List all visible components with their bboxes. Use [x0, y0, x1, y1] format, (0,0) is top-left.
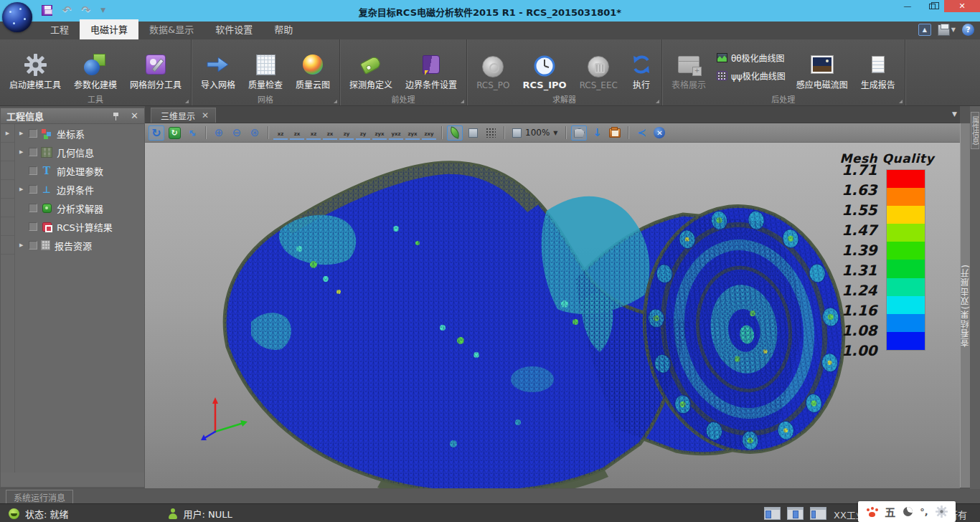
capture-folder-button[interactable] — [607, 125, 623, 141]
region-select-button[interactable] — [571, 125, 587, 141]
flat-render-button[interactable] — [465, 125, 481, 141]
group-corner-mark[interactable] — [334, 100, 337, 103]
rcs-eec-button[interactable]: RCS_EEC — [573, 41, 624, 92]
zoom-out-icon[interactable]: ⊖ — [229, 125, 245, 141]
tab-3d-display[interactable]: 三维显示 ✕ — [151, 108, 216, 123]
tree-item-boundary[interactable]: ▶ ⊥ 边界条件 — [1, 180, 144, 199]
print-preview-button[interactable]: ▼ — [938, 24, 956, 36]
wireframe-render-button[interactable] — [483, 125, 499, 141]
checkbox[interactable] — [29, 129, 37, 138]
checkbox[interactable] — [29, 166, 37, 175]
view-orientation-button[interactable]: xz — [306, 125, 321, 140]
tree-item-geometry[interactable]: ▶ 几何信息 — [1, 143, 144, 161]
quality-cloudmap-button[interactable]: 质量云图 — [289, 41, 336, 92]
tree-item-rcs-result[interactable]: RCS计算结果 — [1, 217, 144, 236]
checkbox[interactable] — [29, 204, 37, 212]
group-corner-mark[interactable] — [461, 100, 464, 103]
tab-ruanjian-shezhi[interactable]: 软件设置 — [204, 19, 263, 39]
ime-halfwidth-moon-icon[interactable] — [903, 507, 913, 516]
parametric-modeling-button[interactable]: 参数化建模 — [67, 41, 123, 92]
restore-button[interactable] — [920, 0, 944, 12]
rcs-po-button[interactable]: RCS_PO — [470, 41, 516, 92]
close-button[interactable]: ✕ — [944, 0, 980, 12]
expander-icon[interactable]: ▶ — [19, 186, 29, 192]
checkbox[interactable] — [29, 241, 37, 250]
group-corner-mark[interactable] — [185, 100, 189, 103]
collapse-ribbon-icon[interactable]: ▲ — [918, 24, 931, 36]
user-icon — [168, 508, 178, 519]
launch-modeling-tool-button[interactable]: 启动建模工具 — [3, 41, 67, 92]
tab-overflow-icon[interactable]: ▼ — [952, 110, 957, 118]
induced-current-map-button[interactable]: 感应电磁流图 — [790, 41, 854, 92]
expander-icon[interactable]: ▶ — [19, 149, 29, 155]
system-messages-tab[interactable]: 系统运行消息 — [6, 490, 73, 503]
group-label-solver: 求解器 — [467, 93, 661, 105]
boundary-settings-button[interactable]: 边界条件设置 — [399, 41, 463, 92]
table-display-button[interactable]: 表格展示 — [665, 41, 712, 92]
gutter-expander-icon[interactable]: ▶ — [1, 124, 14, 143]
share-link-button[interactable]: ≺ — [633, 125, 649, 141]
ime-paw-icon[interactable] — [866, 507, 877, 517]
view-orientation-button[interactable]: zyx — [405, 125, 420, 140]
layout-center-icon[interactable] — [787, 507, 804, 520]
drop-down-view-button[interactable]: ↓ — [589, 125, 605, 141]
group-corner-mark[interactable] — [899, 100, 903, 103]
rotate-view-button[interactable]: ↻ — [149, 125, 164, 141]
view-orientation-button[interactable]: xz — [273, 125, 288, 140]
quality-check-button[interactable]: 质量检查 — [242, 41, 289, 92]
properties-collapsed-tab[interactable]: 属性信息 — [971, 112, 979, 149]
tree-item-solver[interactable]: 分析求解器 — [1, 199, 144, 217]
spin-view-button[interactable]: ↻ — [166, 125, 182, 141]
checkbox[interactable] — [29, 148, 37, 156]
view-orientation-button[interactable]: zxy — [422, 125, 436, 140]
rcs-ipo-button[interactable]: RCS_IPO — [517, 41, 573, 92]
tree-item-preprocess[interactable]: T 前处理参数 — [1, 161, 144, 180]
view-orientation-button[interactable]: zx — [323, 125, 337, 140]
layout-left-icon[interactable] — [764, 507, 781, 520]
geometry-icon — [41, 147, 52, 158]
import-mesh-button[interactable]: 导入网格 — [194, 41, 242, 92]
probe-angle-button[interactable]: 探测角定义 — [343, 41, 399, 92]
minimize-button[interactable]: — — [895, 0, 920, 12]
ime-punctuation-toggle[interactable]: °, — [920, 506, 928, 517]
tree-item-coordinate[interactable]: ▶ 坐标系 — [1, 124, 144, 143]
pan-view-button[interactable]: ↔ — [184, 125, 200, 141]
close-icon[interactable]: ✕ — [131, 112, 138, 120]
view-orientation-button[interactable]: yxz — [389, 125, 403, 140]
zoom-fit-icon[interactable]: ⊛ — [247, 125, 263, 141]
psi-polar-curve-button[interactable]: ψψ极化曲线图 — [717, 70, 786, 82]
pin-icon[interactable] — [112, 112, 121, 120]
close-tab-icon[interactable]: ✕ — [202, 110, 209, 120]
purple-chart-icon — [717, 71, 727, 80]
mesh-partition-tool-button[interactable]: 网格剖分工具 — [123, 41, 188, 92]
results-collapsed-tab[interactable]: 查看结果(双击展开) — [960, 123, 970, 488]
expander-icon[interactable]: ▶ — [19, 130, 29, 136]
tab-bangzhu[interactable]: 帮助 — [263, 19, 303, 39]
close-view-button[interactable]: ✕ — [651, 125, 667, 141]
help-icon[interactable]: ? — [962, 24, 974, 36]
solver-icon — [41, 203, 52, 214]
tree-item-report[interactable]: ▶ 报告资源 — [1, 236, 144, 255]
view-orientation-button[interactable]: zx — [290, 125, 304, 140]
expander-icon[interactable]: ▶ — [19, 242, 29, 248]
group-label-mesh: 网格 — [192, 93, 339, 105]
tab-gongcheng[interactable]: 工程 — [39, 19, 80, 39]
theta-polar-curve-button[interactable]: θθ极化曲线图 — [717, 52, 786, 64]
layout-narrow-icon[interactable] — [810, 507, 826, 520]
execute-button[interactable]: 执行 — [624, 41, 659, 92]
generate-report-button[interactable]: 生成报告 — [854, 41, 902, 92]
zoom-in-icon[interactable]: ⊕ — [211, 125, 227, 141]
view-orientation-button[interactable]: zy — [356, 125, 370, 140]
group-corner-mark[interactable] — [656, 100, 659, 103]
tab-shuju-xianshi[interactable]: 数据&显示 — [138, 19, 204, 39]
ime-settings-gear-icon[interactable] — [936, 506, 948, 518]
tab-dianci-jisuan[interactable]: 电磁计算 — [80, 19, 138, 39]
ime-wubi-mode[interactable]: 五 — [885, 504, 895, 519]
zoom-level-dropdown[interactable]: 100% ▼ — [509, 128, 560, 138]
view-orientation-button[interactable]: zy — [339, 125, 354, 140]
checkbox[interactable] — [29, 185, 37, 194]
viewport-3d[interactable]: Mesh Quality 1.71 1.63 1.55 1.47 1.39 1.… — [145, 143, 960, 488]
view-orientation-button[interactable]: zyx — [372, 125, 387, 140]
checkbox[interactable] — [29, 222, 37, 231]
shaded-render-button[interactable] — [447, 125, 463, 141]
